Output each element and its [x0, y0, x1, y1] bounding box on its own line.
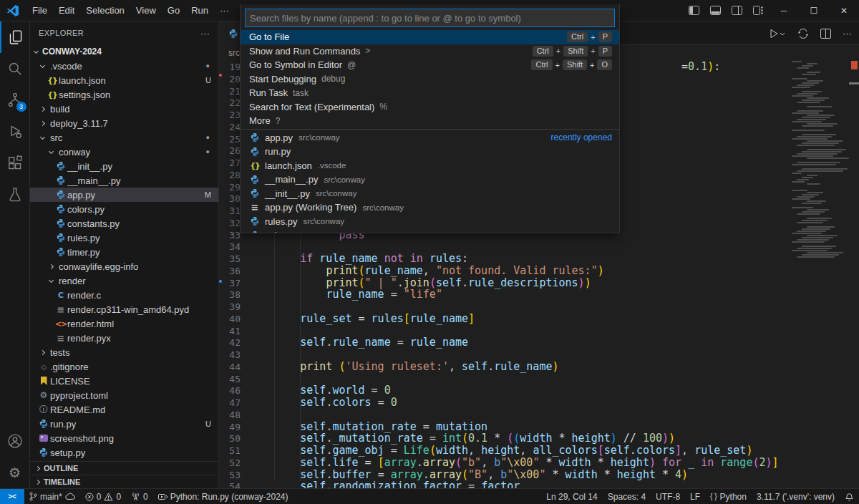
- quick-open-file-launch.json[interactable]: {}launch.json.vscode: [241, 159, 619, 173]
- minimize-button[interactable]: ─: [769, 0, 799, 21]
- menu-run[interactable]: Run: [185, 3, 214, 19]
- python-interpreter-item[interactable]: 3.11.7 ('.venv': venv): [752, 489, 840, 504]
- toggle-panel-icon[interactable]: [704, 0, 726, 21]
- quick-open-command-go-to-file[interactable]: Go to FileCtrl+P: [241, 30, 619, 44]
- indentation-item[interactable]: Spaces: 4: [603, 489, 651, 504]
- explorer-more-actions-icon[interactable]: ···: [200, 28, 210, 39]
- notifications-bell-icon[interactable]: [840, 489, 859, 504]
- activity-source-control-icon[interactable]: 3: [0, 84, 30, 116]
- tree-item-screenshot.png[interactable]: screenshot.png: [30, 431, 218, 445]
- tree-item-.vscode[interactable]: .vscode●: [30, 59, 218, 73]
- branch-item[interactable]: main*: [24, 489, 80, 504]
- remote-indicator[interactable]: ><: [0, 489, 24, 504]
- editor-scrollbar[interactable]: [849, 39, 859, 504]
- minimap[interactable]: [792, 61, 849, 297]
- tree-item-render.cp311-win_amd64.pyd[interactable]: ≡render.cp311-win_amd64.pyd: [30, 302, 218, 316]
- tree-item-src[interactable]: src●: [30, 130, 218, 145]
- menu-file[interactable]: File: [26, 3, 53, 19]
- tree-item-rules.py[interactable]: rules.py: [30, 231, 218, 245]
- quick-open-command-search-for-text--experimental-[interactable]: Search for Text (Experimental)%: [241, 100, 619, 115]
- menu-go[interactable]: Go: [162, 3, 185, 19]
- quick-open-input[interactable]: [245, 9, 615, 27]
- quick-open-file-rules.py[interactable]: rules.pysrc\conway: [241, 215, 619, 229]
- customize-layout-icon[interactable]: [747, 0, 769, 21]
- problems-item[interactable]: 0 0: [80, 489, 126, 504]
- tree-item-__init__.py[interactable]: __init__.py: [30, 159, 218, 173]
- tree-item-pyproject.toml[interactable]: ⚙pyproject.toml: [30, 388, 218, 402]
- minimap-red-marker: [219, 74, 222, 77]
- run-python-file-button[interactable]: [770, 29, 786, 39]
- tree-item-timer.py[interactable]: timer.py: [30, 245, 218, 259]
- close-button[interactable]: ✕: [829, 0, 859, 21]
- eol-item[interactable]: LF: [685, 489, 705, 504]
- tree-item-__main__.py[interactable]: __main__.py: [30, 173, 218, 188]
- settings-gear-icon[interactable]: ⚙: [0, 457, 30, 488]
- menu-edit[interactable]: Edit: [53, 3, 80, 19]
- editor-more-actions-icon[interactable]: ···: [843, 28, 852, 39]
- quick-open-file-__main__.py[interactable]: __main__.pysrc\conway: [241, 173, 619, 187]
- chevron-right-icon: [39, 349, 44, 354]
- encoding-item[interactable]: UTF-8: [651, 489, 685, 504]
- toggle-primary-sidebar-icon[interactable]: [683, 0, 704, 21]
- minimap-blue-marker: [219, 280, 222, 283]
- maximize-button[interactable]: ☐: [799, 0, 829, 21]
- tree-item-render[interactable]: render: [30, 273, 218, 288]
- quick-open-command-show-and-run-commands[interactable]: Show and Run Commands>Ctrl+Shift+P: [241, 44, 619, 59]
- tree-item-render.html[interactable]: <>render.html: [30, 316, 218, 331]
- quick-open-palette: Go to FileCtrl+PShow and Run Commands>Ct…: [240, 4, 620, 233]
- quick-open-file-app.py[interactable]: app.pysrc\conwayrecently opened: [241, 131, 619, 145]
- git-status-badge: M: [205, 190, 211, 199]
- quick-open-command-start-debugging[interactable]: Start Debuggingdebug: [241, 72, 619, 87]
- keybinding-chip: Shift: [563, 59, 587, 70]
- activity-explorer-icon[interactable]: [0, 21, 30, 53]
- quick-open-file-colors.py[interactable]: colors.pysrc\conway: [241, 228, 619, 233]
- ports-item[interactable]: 0: [126, 489, 153, 504]
- activity-run-debug-icon[interactable]: [0, 116, 30, 147]
- tree-item-app.py[interactable]: app.pyM: [30, 188, 218, 202]
- status-bar: >< main* 0 0 0 Python: Run.py (conway-20…: [0, 488, 859, 504]
- tree-item-.gitignore[interactable]: ◇.gitignore: [30, 359, 218, 374]
- quick-open-file-__init__.py[interactable]: __init__.pysrc\conway: [241, 187, 619, 201]
- activity-search-icon[interactable]: [0, 53, 30, 84]
- quick-open-command-run-task[interactable]: Run Tasktask: [241, 86, 619, 100]
- tree-item-deploy_3.11.7[interactable]: deploy_3.11.7: [30, 116, 218, 130]
- outline-section[interactable]: OUTLINE: [30, 461, 218, 475]
- tree-item-conwaylife.egg-info[interactable]: conwaylife.egg-info: [30, 259, 218, 273]
- quick-open-file-run.py[interactable]: run.py: [241, 145, 619, 159]
- tree-item-constants.py[interactable]: constants.py: [30, 216, 218, 231]
- tree-item-tests[interactable]: tests: [30, 345, 218, 359]
- split-editor-icon[interactable]: [820, 29, 831, 39]
- quick-open-file-app.py--working-tree-[interactable]: ≡app.py (Working Tree)src\conway: [241, 200, 619, 215]
- code-line-42: 42 self.rule_name = rule_name: [219, 336, 849, 349]
- cursor-position-item[interactable]: Ln 29, Col 14: [541, 489, 602, 504]
- tree-item-conway[interactable]: conway●: [30, 145, 218, 159]
- open-changes-icon[interactable]: [797, 28, 809, 39]
- menu-[interactable]: ···: [214, 3, 235, 19]
- errors-icon: [85, 493, 94, 501]
- menu-selection[interactable]: Selection: [80, 3, 130, 19]
- tab-app-py[interactable]: [219, 21, 240, 45]
- explorer-root-folder[interactable]: CONWAY-2024: [30, 44, 218, 59]
- quick-open-command-more[interactable]: More?: [241, 114, 619, 128]
- tree-item-render.pyx[interactable]: ≡render.pyx: [30, 331, 218, 345]
- activity-extensions-icon[interactable]: [0, 147, 30, 179]
- timeline-section[interactable]: TIMELINE: [30, 475, 218, 488]
- tree-item-render.c[interactable]: Crender.c: [30, 288, 218, 302]
- tree-item-license[interactable]: LICENSE: [30, 374, 218, 388]
- accounts-icon[interactable]: [0, 425, 30, 457]
- code-line-43: 43: [219, 349, 849, 361]
- tree-item-launch.json[interactable]: {}launch.jsonU: [30, 73, 218, 87]
- quick-open-command-go-to-symbol-in-editor[interactable]: Go to Symbol in Editor@Ctrl+Shift+O: [241, 58, 619, 72]
- tree-item-run.py[interactable]: run.pyU: [30, 417, 218, 431]
- tree-item-setup.py[interactable]: setup.py: [30, 445, 218, 460]
- overview-ruler-modified-marker: [851, 61, 858, 69]
- toggle-secondary-sidebar-icon[interactable]: [726, 0, 747, 21]
- tree-item-settings.json[interactable]: {}settings.json: [30, 87, 218, 102]
- tree-item-readme.md[interactable]: ⓘREADME.md: [30, 402, 218, 417]
- menu-view[interactable]: View: [130, 3, 162, 19]
- language-mode-item[interactable]: { } Python: [705, 489, 752, 504]
- tree-item-build[interactable]: build: [30, 102, 218, 116]
- activity-testing-icon[interactable]: [0, 179, 30, 210]
- tree-item-colors.py[interactable]: colors.py: [30, 202, 218, 216]
- debug-config-item[interactable]: Python: Run.py (conway-2024): [153, 489, 293, 504]
